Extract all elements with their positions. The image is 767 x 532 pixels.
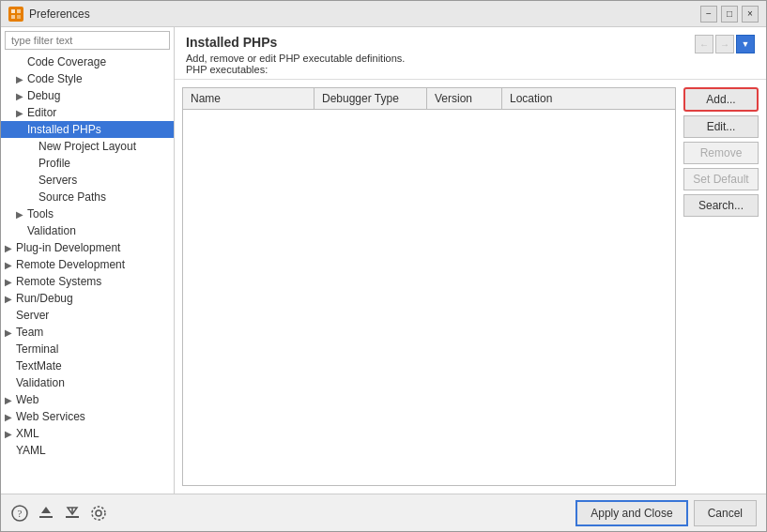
sidebar-item-web-services[interactable]: ▶Web Services [1,408,174,425]
bottom-bar: ? [1,494,766,531]
title-bar-controls: − □ × [700,6,759,23]
sidebar-item-code-style[interactable]: ▶Code Style [1,70,174,87]
sidebar-label-editor: Editor [27,106,170,119]
sidebar-item-web[interactable]: ▶Web [1,391,174,408]
sidebar-label-servers: Servers [38,174,170,187]
settings-icon[interactable] [89,504,108,523]
sidebar-item-run-debug[interactable]: ▶Run/Debug [1,290,174,307]
sidebar-item-team[interactable]: ▶Team [1,324,174,341]
add-button[interactable]: Add... [683,87,759,112]
panel-header: Installed PHPs Add, remove or edit PHP e… [175,27,766,80]
tree-arrow-code-style: ▶ [16,74,27,84]
col-debugger: Debugger Type [314,88,427,109]
panel-title: Installed PHPs [186,35,405,50]
app-icon [8,7,23,22]
sidebar-label-remote-development: Remote Development [16,258,170,271]
sidebar-item-validation[interactable]: Validation [1,222,174,239]
sidebar-item-new-project-layout[interactable]: New Project Layout [1,138,174,155]
col-name: Name [183,88,314,109]
table-header: Name Debugger Type Version Location [183,88,675,110]
cancel-button[interactable]: Cancel [694,500,757,526]
sidebar-item-textmate[interactable]: TextMate [1,357,174,374]
svg-rect-6 [39,516,53,518]
tree-arrow-remote-systems: ▶ [5,277,16,287]
php-table: Name Debugger Type Version Location [182,87,676,486]
nav-dropdown-button[interactable]: ▼ [736,35,755,53]
title-bar: Preferences − □ × [1,1,766,27]
sidebar-label-web: Web [16,393,170,406]
nav-forward-button[interactable]: → [715,35,734,53]
panel-sub-label: PHP executables: [186,64,405,75]
sidebar-item-validation2[interactable]: Validation [1,374,174,391]
sidebar-item-debug[interactable]: ▶Debug [1,87,174,104]
panel-nav-buttons: ← → ▼ [695,35,755,53]
sidebar-item-editor[interactable]: ▶Editor [1,104,174,121]
window-title: Preferences [29,8,90,21]
sidebar-label-plugin-in-development: Plug-in Development [16,241,170,254]
tree-arrow-web: ▶ [5,395,16,405]
svg-rect-0 [11,9,15,13]
sidebar-item-remote-development[interactable]: ▶Remote Development [1,256,174,273]
table-body [183,110,675,485]
svg-point-12 [92,507,105,520]
sidebar-item-plugin-in-development[interactable]: ▶Plug-in Development [1,239,174,256]
content-area: Code Coverage▶Code Style▶Debug▶Editor In… [1,27,766,494]
tree-arrow-remote-development: ▶ [5,260,16,270]
sidebar-label-remote-systems: Remote Systems [16,275,170,288]
minimize-button[interactable]: − [700,6,717,23]
sidebar: Code Coverage▶Code Style▶Debug▶Editor In… [1,27,175,494]
tree-arrow-tools: ▶ [16,209,27,220]
tree-arrow-xml: ▶ [5,429,16,439]
sidebar-item-code-coverage[interactable]: Code Coverage [1,53,174,70]
sidebar-label-textmate: TextMate [16,359,170,372]
col-version: Version [427,88,502,109]
export-icon[interactable] [63,504,82,523]
title-bar-left: Preferences [8,7,90,22]
sidebar-label-server: Server [16,309,170,322]
tree-arrow-debug: ▶ [16,91,27,101]
svg-rect-1 [17,9,21,13]
action-buttons: Add... Edit... Remove Set Default Search… [683,87,759,486]
svg-rect-8 [66,516,79,518]
apply-close-button[interactable]: Apply and Close [575,500,687,526]
preferences-window: Preferences − □ × Code Coverage▶Code Sty… [0,0,767,532]
filter-input[interactable] [5,31,170,50]
sidebar-label-terminal: Terminal [16,342,170,356]
panel-body: Name Debugger Type Version Location Add.… [175,80,766,494]
svg-rect-2 [11,15,15,19]
sidebar-item-yaml[interactable]: YAML [1,442,174,459]
tree-arrow-run-debug: ▶ [5,294,16,304]
sidebar-item-servers[interactable]: Servers [1,172,174,189]
sidebar-label-web-services: Web Services [16,410,170,423]
help-icon[interactable]: ? [10,504,29,523]
import-icon[interactable] [37,504,55,523]
sidebar-item-server[interactable]: Server [1,307,174,324]
svg-point-11 [96,510,101,516]
sidebar-label-yaml: YAML [16,444,170,457]
tree-arrow-web-services: ▶ [5,412,16,422]
search-button[interactable]: Search... [683,194,759,217]
maximize-button[interactable]: □ [721,6,738,23]
set-default-button[interactable]: Set Default [683,168,759,190]
sidebar-item-profile[interactable]: Profile [1,155,174,172]
edit-button[interactable]: Edit... [683,115,759,138]
sidebar-label-team: Team [16,326,170,339]
svg-rect-3 [17,15,21,19]
sidebar-label-source-paths: Source Paths [38,190,170,204]
sidebar-item-remote-systems[interactable]: ▶Remote Systems [1,273,174,290]
bottom-left: ? [10,504,108,523]
sidebar-item-installed-phps[interactable]: Installed PHPs [1,121,174,138]
nav-back-button[interactable]: ← [695,35,713,53]
remove-button[interactable]: Remove [683,142,759,164]
close-button[interactable]: × [742,6,759,23]
sidebar-item-tools[interactable]: ▶Tools [1,205,174,222]
sidebar-label-new-project-layout: New Project Layout [38,140,170,153]
sidebar-item-terminal[interactable]: Terminal [1,341,174,357]
sidebar-label-debug: Debug [27,89,170,102]
sidebar-label-code-coverage: Code Coverage [27,55,170,68]
sidebar-item-xml[interactable]: ▶XML [1,425,174,442]
sidebar-label-code-style: Code Style [27,72,170,85]
svg-text:?: ? [18,508,23,519]
sidebar-item-source-paths[interactable]: Source Paths [1,189,174,205]
tree-arrow-team: ▶ [5,327,16,338]
